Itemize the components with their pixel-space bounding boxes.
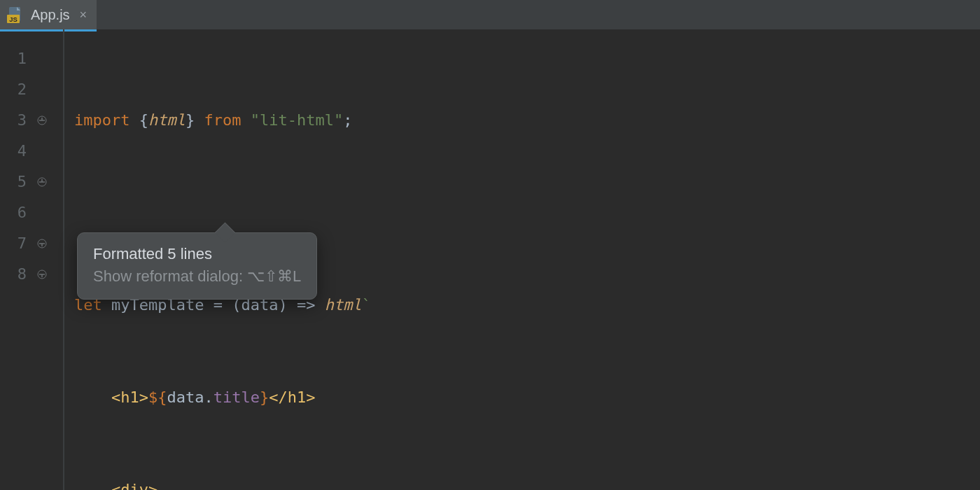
fold-toggle-icon[interactable] <box>36 228 48 259</box>
line-number: 2 <box>0 74 36 105</box>
line-number: 5 <box>0 167 36 197</box>
gutter-fold <box>36 29 63 490</box>
fold-toggle-icon[interactable] <box>36 105 48 136</box>
fold-toggle-icon[interactable] <box>36 259 48 290</box>
tab-active[interactable]: JS App.js × <box>0 0 97 29</box>
reformat-notification-tooltip: Formatted 5 lines Show reformat dialog: … <box>77 232 317 300</box>
svg-text:JS: JS <box>9 15 18 23</box>
close-icon[interactable]: × <box>77 8 88 22</box>
javascript-file-icon: JS <box>7 6 24 23</box>
code-line[interactable]: <div> <box>64 475 980 490</box>
line-number: 7 <box>0 228 36 259</box>
tab-filename: App.js <box>31 7 70 23</box>
fold-toggle-icon[interactable] <box>36 167 48 197</box>
line-number: 8 <box>0 259 36 290</box>
code-line[interactable]: import {html} from "lit-html"; <box>64 105 980 136</box>
code-line[interactable]: <h1>${data.title}</h1> <box>64 382 980 413</box>
gutter-line-numbers: 1 2 3 4 5 6 7 8 <box>0 29 36 490</box>
line-number: 4 <box>0 136 36 167</box>
tooltip-hint: Show reformat dialog: ⌥⇧⌘L <box>93 265 301 288</box>
tab-bar: JS App.js × <box>0 0 980 29</box>
tooltip-title: Formatted 5 lines <box>93 243 301 265</box>
line-number: 3 <box>0 105 36 136</box>
code-line[interactable] <box>64 197 980 228</box>
line-number: 6 <box>0 197 36 228</box>
line-number: 1 <box>0 43 36 74</box>
